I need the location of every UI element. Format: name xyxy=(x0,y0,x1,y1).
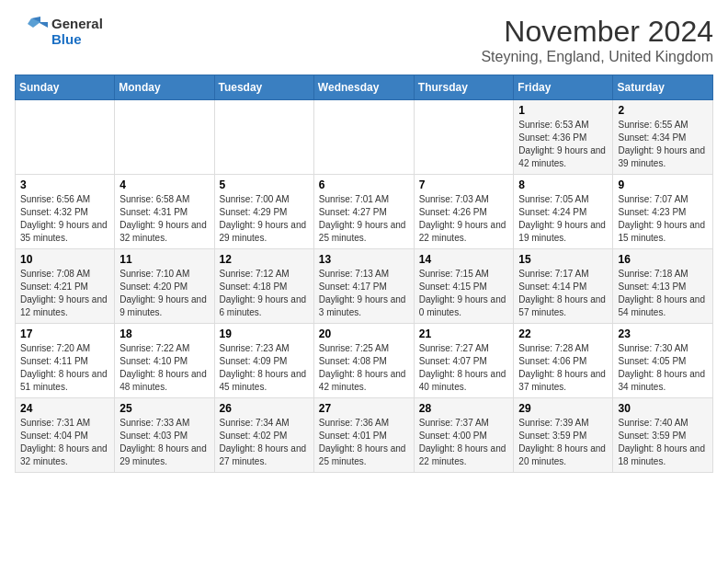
day-info: Sunrise: 7:39 AM Sunset: 3:59 PM Dayligh… xyxy=(518,417,608,468)
day-number: 15 xyxy=(518,253,608,266)
day-info: Sunrise: 7:12 AM Sunset: 4:18 PM Dayligh… xyxy=(220,268,309,319)
day-info: Sunrise: 7:10 AM Sunset: 4:20 PM Dayligh… xyxy=(119,268,209,319)
logo-blue: Blue xyxy=(51,31,103,47)
day-info: Sunrise: 6:53 AM Sunset: 4:36 PM Dayligh… xyxy=(518,119,608,170)
calendar-cell: 7Sunrise: 7:03 AM Sunset: 4:26 PM Daylig… xyxy=(414,175,514,249)
day-number: 4 xyxy=(119,178,209,191)
day-number: 10 xyxy=(20,253,109,266)
day-number: 26 xyxy=(220,402,309,415)
day-info: Sunrise: 7:27 AM Sunset: 4:07 PM Dayligh… xyxy=(419,342,509,394)
calendar-cell xyxy=(115,100,214,175)
calendar-week-row: 10Sunrise: 7:08 AM Sunset: 4:21 PM Dayli… xyxy=(16,249,713,324)
calendar-cell: 13Sunrise: 7:13 AM Sunset: 4:17 PM Dayli… xyxy=(313,249,414,324)
calendar-week-row: 24Sunrise: 7:31 AM Sunset: 4:04 PM Dayli… xyxy=(16,398,713,473)
calendar-cell: 9Sunrise: 7:07 AM Sunset: 4:23 PM Daylig… xyxy=(613,175,713,249)
day-info: Sunrise: 6:58 AM Sunset: 4:31 PM Dayligh… xyxy=(119,193,209,245)
calendar-cell: 16Sunrise: 7:18 AM Sunset: 4:13 PM Dayli… xyxy=(613,249,713,324)
day-info: Sunrise: 7:03 AM Sunset: 4:26 PM Dayligh… xyxy=(419,193,509,245)
day-number: 9 xyxy=(618,178,708,191)
page-header: General Blue November 2024 Steyning, Eng… xyxy=(15,15,713,65)
calendar-cell: 20Sunrise: 7:25 AM Sunset: 4:08 PM Dayli… xyxy=(313,324,414,398)
logo-general: General xyxy=(51,16,103,31)
day-info: Sunrise: 7:23 AM Sunset: 4:09 PM Dayligh… xyxy=(220,342,309,394)
day-info: Sunrise: 7:17 AM Sunset: 4:14 PM Dayligh… xyxy=(518,268,608,319)
calendar-cell: 23Sunrise: 7:30 AM Sunset: 4:05 PM Dayli… xyxy=(613,324,713,398)
day-info: Sunrise: 7:15 AM Sunset: 4:15 PM Dayligh… xyxy=(419,268,509,319)
day-number: 11 xyxy=(119,253,209,266)
title-block: November 2024 Steyning, England, United … xyxy=(481,15,713,65)
logo: General Blue xyxy=(15,15,103,48)
day-info: Sunrise: 7:34 AM Sunset: 4:02 PM Dayligh… xyxy=(220,417,309,468)
day-header-thursday: Thursday xyxy=(414,75,514,100)
day-info: Sunrise: 7:05 AM Sunset: 4:24 PM Dayligh… xyxy=(518,193,608,245)
day-number: 5 xyxy=(220,178,309,191)
calendar-cell: 5Sunrise: 7:00 AM Sunset: 4:29 PM Daylig… xyxy=(214,175,313,249)
day-number: 20 xyxy=(319,327,409,340)
page-subtitle: Steyning, England, United Kingdom xyxy=(481,49,713,65)
calendar-cell: 17Sunrise: 7:20 AM Sunset: 4:11 PM Dayli… xyxy=(16,324,115,398)
calendar-cell: 4Sunrise: 6:58 AM Sunset: 4:31 PM Daylig… xyxy=(115,175,214,249)
calendar-cell: 27Sunrise: 7:36 AM Sunset: 4:01 PM Dayli… xyxy=(313,398,414,473)
calendar-week-row: 1Sunrise: 6:53 AM Sunset: 4:36 PM Daylig… xyxy=(16,100,713,175)
day-info: Sunrise: 7:31 AM Sunset: 4:04 PM Dayligh… xyxy=(20,417,109,468)
day-number: 2 xyxy=(618,104,708,117)
day-info: Sunrise: 7:37 AM Sunset: 4:00 PM Dayligh… xyxy=(419,417,509,468)
calendar-week-row: 17Sunrise: 7:20 AM Sunset: 4:11 PM Dayli… xyxy=(16,324,713,398)
calendar-cell: 8Sunrise: 7:05 AM Sunset: 4:24 PM Daylig… xyxy=(514,175,613,249)
day-number: 17 xyxy=(20,327,109,340)
logo-text: General Blue xyxy=(51,16,103,47)
page-title: November 2024 xyxy=(481,15,713,49)
calendar-table: SundayMondayTuesdayWednesdayThursdayFrid… xyxy=(15,75,713,473)
day-number: 6 xyxy=(319,178,409,191)
calendar-cell: 19Sunrise: 7:23 AM Sunset: 4:09 PM Dayli… xyxy=(214,324,313,398)
day-number: 29 xyxy=(518,402,608,415)
calendar-cell: 12Sunrise: 7:12 AM Sunset: 4:18 PM Dayli… xyxy=(214,249,313,324)
day-info: Sunrise: 7:08 AM Sunset: 4:21 PM Dayligh… xyxy=(20,268,109,319)
calendar-cell: 22Sunrise: 7:28 AM Sunset: 4:06 PM Dayli… xyxy=(514,324,613,398)
day-info: Sunrise: 6:55 AM Sunset: 4:34 PM Dayligh… xyxy=(618,119,708,170)
day-header-tuesday: Tuesday xyxy=(214,75,313,100)
day-info: Sunrise: 7:28 AM Sunset: 4:06 PM Dayligh… xyxy=(518,342,608,394)
calendar-header-row: SundayMondayTuesdayWednesdayThursdayFrid… xyxy=(16,75,713,100)
day-number: 16 xyxy=(618,253,708,266)
day-number: 13 xyxy=(319,253,409,266)
calendar-cell: 24Sunrise: 7:31 AM Sunset: 4:04 PM Dayli… xyxy=(16,398,115,473)
calendar-cell: 1Sunrise: 6:53 AM Sunset: 4:36 PM Daylig… xyxy=(514,100,613,175)
day-number: 23 xyxy=(618,327,708,340)
calendar-cell: 10Sunrise: 7:08 AM Sunset: 4:21 PM Dayli… xyxy=(16,249,115,324)
day-number: 19 xyxy=(220,327,309,340)
day-info: Sunrise: 6:56 AM Sunset: 4:32 PM Dayligh… xyxy=(20,193,109,245)
day-header-sunday: Sunday xyxy=(16,75,115,100)
day-info: Sunrise: 7:25 AM Sunset: 4:08 PM Dayligh… xyxy=(319,342,409,394)
calendar-cell xyxy=(414,100,514,175)
calendar-cell: 15Sunrise: 7:17 AM Sunset: 4:14 PM Dayli… xyxy=(514,249,613,324)
day-number: 30 xyxy=(618,402,708,415)
day-header-monday: Monday xyxy=(115,75,214,100)
day-header-wednesday: Wednesday xyxy=(313,75,414,100)
calendar-cell: 29Sunrise: 7:39 AM Sunset: 3:59 PM Dayli… xyxy=(514,398,613,473)
calendar-cell: 25Sunrise: 7:33 AM Sunset: 4:03 PM Dayli… xyxy=(115,398,214,473)
day-number: 1 xyxy=(518,104,608,117)
calendar-cell: 6Sunrise: 7:01 AM Sunset: 4:27 PM Daylig… xyxy=(313,175,414,249)
day-info: Sunrise: 7:40 AM Sunset: 3:59 PM Dayligh… xyxy=(618,417,708,468)
day-info: Sunrise: 7:01 AM Sunset: 4:27 PM Dayligh… xyxy=(319,193,409,245)
day-info: Sunrise: 7:33 AM Sunset: 4:03 PM Dayligh… xyxy=(119,417,209,468)
day-number: 28 xyxy=(419,402,509,415)
calendar-cell: 2Sunrise: 6:55 AM Sunset: 4:34 PM Daylig… xyxy=(613,100,713,175)
calendar-cell xyxy=(16,100,115,175)
logo-icon xyxy=(15,15,48,48)
day-info: Sunrise: 7:20 AM Sunset: 4:11 PM Dayligh… xyxy=(20,342,109,394)
calendar-cell xyxy=(313,100,414,175)
calendar-cell: 14Sunrise: 7:15 AM Sunset: 4:15 PM Dayli… xyxy=(414,249,514,324)
day-number: 27 xyxy=(319,402,409,415)
calendar-cell: 26Sunrise: 7:34 AM Sunset: 4:02 PM Dayli… xyxy=(214,398,313,473)
calendar-week-row: 3Sunrise: 6:56 AM Sunset: 4:32 PM Daylig… xyxy=(16,175,713,249)
calendar-cell: 28Sunrise: 7:37 AM Sunset: 4:00 PM Dayli… xyxy=(414,398,514,473)
day-number: 25 xyxy=(119,402,209,415)
calendar-cell: 18Sunrise: 7:22 AM Sunset: 4:10 PM Dayli… xyxy=(115,324,214,398)
day-number: 12 xyxy=(220,253,309,266)
day-number: 24 xyxy=(20,402,109,415)
calendar-cell: 3Sunrise: 6:56 AM Sunset: 4:32 PM Daylig… xyxy=(16,175,115,249)
calendar-cell: 30Sunrise: 7:40 AM Sunset: 3:59 PM Dayli… xyxy=(613,398,713,473)
day-header-saturday: Saturday xyxy=(613,75,713,100)
